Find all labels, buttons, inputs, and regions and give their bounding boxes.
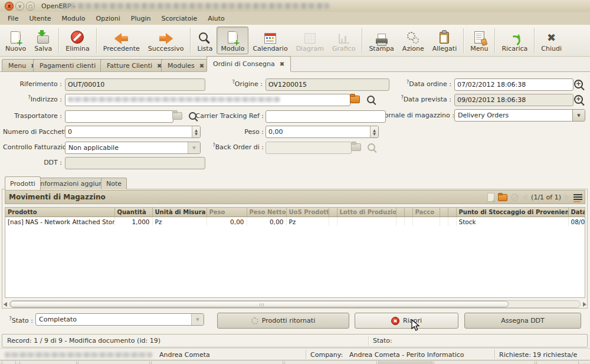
next-button[interactable]: Successivo	[144, 27, 188, 54]
col-lotto[interactable]: Lotto di Produzione	[337, 208, 396, 217]
close-x-icon	[547, 28, 556, 44]
indirizzo-field[interactable]	[65, 94, 350, 106]
tab-strip: Menu ✖ Pagamenti clienti ✖ Fatture Clien…	[0, 57, 590, 72]
col-pacco[interactable]: Pacco	[412, 208, 440, 217]
graph-icon	[339, 28, 349, 44]
openerp-window: x v □ OpenERP - File Utente Modulo Opzio…	[0, 0, 590, 364]
scroll-right-icon[interactable]	[583, 302, 586, 307]
previous-button[interactable]: Precedente	[99, 27, 144, 54]
chevron-down-icon[interactable]: ▼	[572, 110, 585, 121]
window-close-icon[interactable]: x	[5, 2, 14, 11]
tab-label: Modules	[168, 62, 195, 70]
trasportatore-field[interactable]	[65, 110, 173, 123]
close-button[interactable]: Chiudi	[537, 27, 566, 54]
user-name: Andrea Cometa	[159, 351, 210, 359]
taskbar-button[interactable]	[19, 361, 77, 364]
taskbar-button-active[interactable]	[378, 361, 432, 364]
carrier-ref-field[interactable]	[266, 110, 386, 123]
action-button[interactable]: Azione	[398, 27, 428, 54]
new-button[interactable]: Nuovo	[1, 27, 30, 54]
tab-prodotti[interactable]: Prodotti	[5, 176, 41, 190]
taskbar-button[interactable]	[434, 361, 535, 364]
attachments-button[interactable]: Allegati	[428, 27, 461, 54]
tab-modules[interactable]: Modules ✖	[161, 59, 211, 71]
list-view-button[interactable]: Lista	[193, 27, 217, 54]
data-prevista-field: 09/02/2012 18:06:38	[454, 94, 573, 106]
menu-file[interactable]: File	[2, 13, 24, 24]
open-record-icon[interactable]	[498, 194, 507, 201]
company-label: Company:	[310, 351, 343, 359]
pager-next-icon	[565, 194, 570, 201]
bottom-separator	[494, 350, 495, 359]
assegna-ddt-button[interactable]: Assegna DDT	[464, 313, 581, 329]
tab-note[interactable]: Note	[101, 178, 127, 189]
window-minimize-icon[interactable]: v	[15, 2, 24, 11]
requests-label: Richieste:	[499, 351, 531, 359]
search-icon[interactable]	[367, 96, 375, 103]
menu-utente[interactable]: Utente	[24, 13, 56, 24]
scrollbar-thumb[interactable]	[10, 301, 509, 307]
riapri-button[interactable]: ✖ Riapri	[355, 313, 458, 329]
menu-opzioni[interactable]: Opzioni	[91, 13, 126, 24]
save-button[interactable]: Salva	[30, 27, 56, 54]
delete-button[interactable]: Elimina	[61, 27, 94, 54]
col-quantita[interactable]: Quantità	[114, 208, 152, 217]
date-zoom-icon[interactable]: +	[574, 95, 583, 104]
menu-button[interactable]: Menu	[466, 27, 492, 54]
scroll-left-icon[interactable]	[4, 302, 7, 307]
prodotti-ritornati-button[interactable]: Prodotti ritornati	[217, 313, 349, 329]
open-resource-folder-icon[interactable]	[350, 96, 360, 103]
reload-button[interactable]: Ricarica	[497, 27, 532, 54]
stock-moves-list[interactable]: Prodotto Quantità Unità di Misura Peso P…	[5, 207, 585, 298]
tab-fatture-clienti[interactable]: Fatture Clienti ✖	[100, 59, 169, 71]
calendar-view-button[interactable]: Calendario	[248, 27, 291, 54]
window-maximize-icon[interactable]: □	[26, 2, 35, 11]
taskbar-button[interactable]	[536, 361, 579, 364]
printer-icon	[376, 28, 388, 44]
toolbar-separator	[362, 28, 362, 53]
tab-close-icon[interactable]: ✖	[199, 63, 204, 69]
diagram-view-button: Diagram	[292, 27, 328, 54]
search-icon[interactable]	[189, 112, 196, 120]
numero-pacchetti-stepper[interactable]: 0 ▲▼	[65, 126, 201, 138]
col-spacer	[448, 208, 456, 217]
taskbar-button[interactable]	[2, 361, 16, 364]
spinner-arrows-icon[interactable]: ▲▼	[192, 126, 200, 137]
col-unita-misura[interactable]: Unità di Misura	[152, 208, 206, 217]
menu-aiuto[interactable]: Aiuto	[202, 13, 230, 24]
tab-ordini-di-consegna[interactable]: Ordini di Consegna ✖	[206, 56, 291, 71]
tab-label: Pagamenti clienti	[40, 62, 96, 70]
taskbar-button[interactable]	[151, 361, 283, 364]
form-view-button[interactable]: Modulo	[217, 27, 248, 54]
col-data[interactable]: Data	[568, 208, 585, 217]
origine-field: OV1200015	[266, 78, 389, 91]
toolbar: Nuovo Salva Elimina Precedente Successiv…	[0, 25, 590, 57]
menu-bar: File Utente Modulo Opzioni Plugin Scorci…	[0, 12, 590, 25]
switch-view-icon[interactable]	[573, 194, 582, 201]
record-status: Record: 1 / 9 di 9 - Modifica documento …	[7, 337, 160, 345]
tab-close-icon[interactable]: ✖	[280, 61, 284, 67]
back-order-label: ?Back Order di :	[205, 143, 264, 151]
ddt-field	[65, 157, 205, 169]
controllo-fatturazione-label: Controllo Fatturazione :	[3, 143, 62, 151]
data-ordine-field[interactable]: 07/02/2012 18:06:38	[454, 78, 573, 91]
peso-stepper[interactable]: 0,00 ▲▼	[266, 126, 379, 138]
giornale-combo[interactable]: Delivery Orders ▼	[454, 109, 585, 122]
menu-plugin[interactable]: Plugin	[126, 13, 156, 24]
col-peso-netto[interactable]: Peso Netto	[247, 208, 286, 217]
menu-scorciatoie[interactable]: Scorciatoie	[156, 13, 202, 24]
print-button[interactable]: Stampa	[365, 27, 398, 54]
date-zoom-icon[interactable]: +	[574, 80, 583, 88]
taskbar-button[interactable]	[78, 361, 150, 364]
col-peso[interactable]: Peso	[206, 208, 247, 217]
taskbar-button[interactable]	[284, 361, 377, 364]
col-uos-prodotto[interactable]: UoS Prodotto	[286, 208, 329, 217]
next-arrow-icon	[159, 28, 173, 44]
table-row[interactable]: [nas] NAS - Network Attached Storage 1,0…	[5, 217, 585, 227]
bottom-separator	[306, 350, 306, 359]
col-punto-stoccaggio[interactable]: Punto di Stoccaggio di Provenienza	[456, 208, 568, 217]
menu-modulo[interactable]: Modulo	[57, 13, 91, 24]
col-prodotto[interactable]: Prodotto	[5, 208, 114, 217]
horizontal-scrollbar[interactable]	[2, 300, 588, 308]
spinner-arrows-icon[interactable]: ▲▼	[370, 126, 378, 137]
